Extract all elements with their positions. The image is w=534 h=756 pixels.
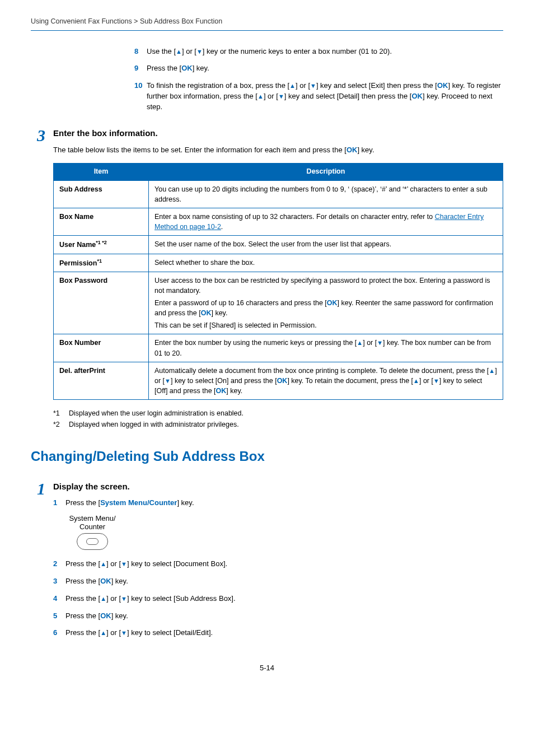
step-ordinal: 3 xyxy=(53,576,65,587)
up-icon: ▲ xyxy=(257,93,264,100)
cell-desc: You can use up to 20 digits including th… xyxy=(149,180,503,208)
cell-item: User Name*1 *2 xyxy=(54,236,149,254)
down-icon: ▼ xyxy=(165,377,171,384)
t: System Menu/ xyxy=(69,514,115,522)
t: Enter a password of up to 16 characters … xyxy=(154,299,327,307)
footnote-text: Displayed when logged in with administra… xyxy=(69,419,239,430)
ok-key: OK xyxy=(100,612,111,620)
system-menu-key: System Menu/Counter xyxy=(100,498,177,507)
t: Press the [ xyxy=(65,628,100,637)
t: ] key. xyxy=(111,612,128,620)
table-row: Box Password User access to the box can … xyxy=(54,272,503,334)
step-8: 8 Use the [▲] or [▼] key or the numeric … xyxy=(134,46,503,57)
info-table: Item Description Sub Address You can use… xyxy=(53,163,503,400)
step-ordinal: 2 xyxy=(53,559,65,570)
section-number-1: 1 xyxy=(31,480,53,497)
down-icon: ▼ xyxy=(310,82,316,89)
t: Press the [ xyxy=(65,594,100,603)
t: Press the [ xyxy=(65,577,100,585)
down-icon: ▼ xyxy=(121,595,127,602)
section-paragraph: The table below lists the items to be se… xyxy=(53,144,503,156)
ok-key: OK xyxy=(277,377,288,385)
t: Press the [ xyxy=(65,612,100,620)
ok-key: OK xyxy=(201,309,212,317)
keycap-button-icon xyxy=(77,533,108,550)
t: ] key. xyxy=(226,387,242,395)
cell-desc: Automatically delete a document from the… xyxy=(149,362,503,399)
t: . xyxy=(221,223,223,231)
th-description: Description xyxy=(149,164,503,181)
t: ] key. xyxy=(177,498,194,507)
up-icon: ▲ xyxy=(289,82,296,89)
step-text: Use the [▲] or [▼] key or the numeric ke… xyxy=(147,46,503,57)
up-icon: ▲ xyxy=(100,595,106,602)
up-icon: ▲ xyxy=(100,629,106,636)
ok-key: OK xyxy=(411,92,423,100)
up-icon: ▲ xyxy=(489,367,495,374)
step-ordinal: 9 xyxy=(134,63,147,74)
header-rule xyxy=(31,30,503,31)
t: Counter xyxy=(79,522,105,531)
keycap-label: System Menu/Counter xyxy=(65,515,119,531)
step-3: 3 Press the [OK] key. xyxy=(53,576,503,587)
ok-key: OK xyxy=(346,146,358,154)
t: Enter a box name consisting of up to 32 … xyxy=(154,213,435,221)
cell-desc: Set the user name of the box. Select the… xyxy=(149,236,503,254)
t: ] key to select [On] and press the [ xyxy=(171,377,277,385)
page-number: 5-14 xyxy=(31,663,503,673)
ok-key: OK xyxy=(437,81,448,90)
table-row: Sub Address You can use up to 20 digits … xyxy=(54,180,503,208)
t: This can be set if [Shared] is selected … xyxy=(154,320,497,330)
step-text: Press the [OK] key. xyxy=(65,576,503,587)
step-ordinal: 4 xyxy=(53,594,65,604)
table-row: User Name*1 *2 Set the user name of the … xyxy=(54,236,503,254)
t: ] key to select [Sub Address Box]. xyxy=(127,594,236,603)
t: Press the [ xyxy=(65,559,100,568)
up-icon: ▲ xyxy=(100,561,106,567)
t: ] key. xyxy=(111,577,128,585)
t: Permission xyxy=(59,259,97,267)
t: ] or [ xyxy=(296,81,310,90)
table-row: Box Number Enter the box number by using… xyxy=(54,334,503,362)
footnotes: *1Displayed when the user login administ… xyxy=(53,408,503,430)
step-text: Press the [▲] or [▼] key to select [Deta… xyxy=(65,628,503,638)
step-ordinal: 8 xyxy=(134,46,147,57)
footnote-label: *2 xyxy=(53,419,69,430)
down-icon: ▼ xyxy=(278,93,284,100)
t: ] or [ xyxy=(419,377,433,385)
up-icon: ▲ xyxy=(176,48,182,55)
cell-item: Sub Address xyxy=(54,180,149,208)
t: Automatically delete a document from the… xyxy=(154,367,489,375)
t: ] key. xyxy=(211,309,227,317)
footnote-ref: *1 *2 xyxy=(96,240,107,245)
ok-key: OK xyxy=(216,387,227,395)
t: Enter a password of up to 16 characters … xyxy=(154,298,497,318)
cell-desc: Select whether to share the box. xyxy=(149,254,503,272)
step-4: 4 Press the [▲] or [▼] key to select [Su… xyxy=(53,594,503,604)
ok-key: OK xyxy=(100,577,111,585)
step-text: Press the [OK] key. xyxy=(147,63,503,74)
step-5: 5 Press the [OK] key. xyxy=(53,611,503,622)
t: The table below lists the items to be se… xyxy=(53,146,346,154)
t: User access to the box can be restricted… xyxy=(154,276,497,296)
footnote-label: *1 xyxy=(53,408,69,419)
table-row: Permission*1 Select whether to share the… xyxy=(54,254,503,272)
t: ] or [ xyxy=(106,628,121,637)
cell-item: Del. afterPrint xyxy=(54,362,149,399)
step-ordinal: 1 xyxy=(53,498,65,508)
t: ] or [ xyxy=(363,339,377,347)
step-text: Press the [▲] or [▼] key to select [Sub … xyxy=(65,594,503,604)
step-text: Press the [System Menu/Counter] key. xyxy=(65,498,503,508)
keycap-illustration: System Menu/Counter xyxy=(65,515,503,550)
breadcrumb: Using Convenient Fax Functions > Sub Add… xyxy=(31,17,503,30)
cell-item: Permission*1 xyxy=(54,254,149,272)
t: Enter the box number by using the numeri… xyxy=(154,339,357,347)
step-6: 6 Press the [▲] or [▼] key to select [De… xyxy=(53,628,503,638)
step-text: To finish the registration of a box, pre… xyxy=(147,81,503,113)
t: User Name xyxy=(59,241,96,249)
t: ] or [ xyxy=(106,559,121,568)
step-1: 1 Press the [System Menu/Counter] key. xyxy=(53,498,503,508)
cell-item: Box Number xyxy=(54,334,149,362)
down-icon: ▼ xyxy=(433,377,439,384)
t: ] key. To retain the document, press the… xyxy=(287,377,413,385)
